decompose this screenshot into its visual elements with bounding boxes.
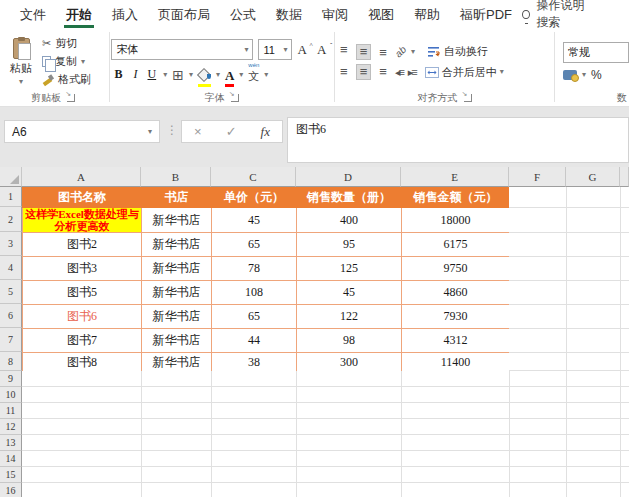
row-header[interactable]: 1 — [0, 187, 22, 207]
cell-a3[interactable]: 图书2 — [23, 233, 142, 257]
cell-d7[interactable]: 98 — [297, 329, 402, 353]
cell-c6[interactable]: 65 — [212, 305, 297, 329]
cell-b4[interactable]: 新华书店 — [142, 257, 212, 281]
align-center-button[interactable]: ≡ — [356, 64, 372, 80]
row-header[interactable]: 6 — [0, 304, 22, 328]
cell-b8[interactable]: 新华书店 — [142, 353, 212, 372]
cell-d3[interactable]: 95 — [297, 233, 402, 257]
row-header[interactable]: 15 — [0, 467, 22, 483]
font-color-button[interactable]: A — [225, 66, 234, 84]
row-header[interactable]: 10 — [0, 387, 22, 403]
formula-input[interactable]: 图书6 — [287, 117, 629, 163]
cell-c2[interactable]: 45 — [212, 208, 297, 233]
row-header[interactable]: 11 — [0, 403, 22, 419]
tab-page-layout[interactable]: 页面布局 — [148, 1, 220, 28]
row-header[interactable]: 9 — [0, 371, 22, 387]
cell-a2-highlighted[interactable]: 这样学Excel数据处理与分析更高效 — [23, 208, 142, 233]
cell-b3[interactable]: 新华书店 — [142, 233, 212, 257]
row-header[interactable]: 5 — [0, 280, 22, 304]
font-size-combo[interactable]: 11▾ — [258, 39, 292, 60]
cell-a6-active[interactable]: 图书6 — [23, 305, 142, 329]
row-header[interactable]: 7 — [0, 328, 22, 352]
cell-b1[interactable]: 书店 — [142, 188, 212, 208]
tab-insert[interactable]: 插入 — [102, 1, 148, 28]
chevron-down-icon[interactable]: ▾ — [163, 71, 167, 79]
row-header[interactable]: 3 — [0, 232, 22, 256]
tab-home[interactable]: 开始 — [56, 1, 102, 28]
copy-button[interactable]: 复制 ▾ — [42, 54, 91, 69]
tab-data[interactable]: 数据 — [266, 1, 312, 28]
cancel-button[interactable]: × — [194, 124, 202, 139]
chevron-down-icon[interactable]: ▾ — [411, 48, 415, 56]
column-header-g[interactable]: G — [566, 167, 620, 187]
number-format-combo[interactable]: 常规 — [563, 42, 629, 63]
increase-font-button[interactable]: A^ — [297, 42, 311, 58]
cell-a1[interactable]: 图书名称 — [23, 188, 142, 208]
accounting-format-icon[interactable] — [563, 70, 577, 80]
cell-e7[interactable]: 4312 — [402, 329, 510, 353]
chevron-down-icon[interactable]: ▾ — [582, 71, 586, 79]
orientation-button[interactable]: ab — [393, 44, 409, 60]
cell-e2[interactable]: 18000 — [402, 208, 510, 233]
cell-e8[interactable]: 11400 — [402, 353, 510, 372]
cell-c7[interactable]: 44 — [212, 329, 297, 353]
cell-d1[interactable]: 销售数量（册） — [297, 188, 402, 208]
cell-e4[interactable]: 9750 — [402, 257, 510, 281]
cell-c8[interactable]: 38 — [212, 353, 297, 372]
align-left-button[interactable]: ≡ — [337, 65, 351, 79]
decrease-font-button[interactable]: Aˇ — [317, 42, 331, 58]
tell-me-search[interactable]: 操作说明搜索 — [522, 0, 593, 31]
cell-a5[interactable]: 图书5 — [23, 281, 142, 305]
empty-cells-region[interactable] — [22, 371, 629, 497]
row-header[interactable]: 14 — [0, 451, 22, 467]
formula-bar-handle[interactable]: ⋮ — [166, 123, 178, 137]
wrap-text-button[interactable]: 自动换行 — [428, 44, 488, 59]
row-header[interactable]: 4 — [0, 256, 22, 280]
cell-a7[interactable]: 图书7 — [23, 329, 142, 353]
insert-function-button[interactable]: fx — [261, 124, 270, 140]
underline-button[interactable]: U — [146, 67, 159, 82]
chevron-down-icon[interactable]: ▾ — [264, 71, 268, 79]
cell-b2[interactable]: 新华书店 — [142, 208, 212, 233]
column-header-partial[interactable] — [620, 167, 629, 187]
cell-e1[interactable]: 销售金额（元） — [402, 188, 510, 208]
top-align-button[interactable]: ≡ — [337, 43, 351, 60]
column-header-c[interactable]: C — [211, 167, 296, 187]
align-right-button[interactable]: ≡ — [376, 65, 390, 79]
column-header-e[interactable]: E — [401, 167, 509, 187]
cell-d4[interactable]: 125 — [297, 257, 402, 281]
phonetic-guide-button[interactable]: wén文 — [248, 65, 259, 84]
tab-help[interactable]: 帮助 — [404, 1, 450, 28]
dialog-launcher-icon[interactable] — [464, 94, 472, 102]
tab-review[interactable]: 审阅 — [312, 1, 358, 28]
cell-c5[interactable]: 108 — [212, 281, 297, 305]
middle-align-button[interactable]: ≡ — [356, 44, 372, 60]
font-name-combo[interactable]: 宋体▾ — [111, 39, 253, 60]
percent-style-button[interactable]: % — [591, 68, 602, 82]
bold-button[interactable]: B — [111, 67, 125, 82]
column-header-d[interactable]: D — [296, 167, 401, 187]
cell-c1[interactable]: 单价（元） — [212, 188, 297, 208]
decrease-indent-button[interactable]: ◂≡ — [395, 66, 403, 79]
chevron-down-icon[interactable]: ▾ — [216, 71, 220, 79]
increase-indent-button[interactable]: ▸≡ — [408, 66, 416, 79]
borders-button[interactable]: ⊞ — [172, 68, 184, 82]
row-header[interactable]: 13 — [0, 435, 22, 451]
fill-color-button[interactable] — [198, 66, 211, 84]
dialog-launcher-icon[interactable] — [67, 94, 75, 102]
cell-c4[interactable]: 78 — [212, 257, 297, 281]
cell-d2[interactable]: 400 — [297, 208, 402, 233]
cell-d5[interactable]: 45 — [297, 281, 402, 305]
paste-button[interactable]: 粘贴 ▾ — [0, 33, 42, 90]
row-header[interactable]: 12 — [0, 419, 22, 435]
column-header-b[interactable]: B — [141, 167, 211, 187]
tab-foxit-pdf[interactable]: 福昕PDF — [450, 1, 522, 28]
chevron-down-icon[interactable]: ▾ — [189, 71, 193, 79]
bottom-align-button[interactable]: ≡ — [376, 43, 390, 60]
cut-button[interactable]: ✂ 剪切 — [42, 36, 91, 51]
cell-e5[interactable]: 4860 — [402, 281, 510, 305]
row-header[interactable]: 2 — [0, 207, 22, 232]
cell-b5[interactable]: 新华书店 — [142, 281, 212, 305]
cell-c3[interactable]: 65 — [212, 233, 297, 257]
format-painter-button[interactable]: 格式刷 — [42, 72, 91, 87]
